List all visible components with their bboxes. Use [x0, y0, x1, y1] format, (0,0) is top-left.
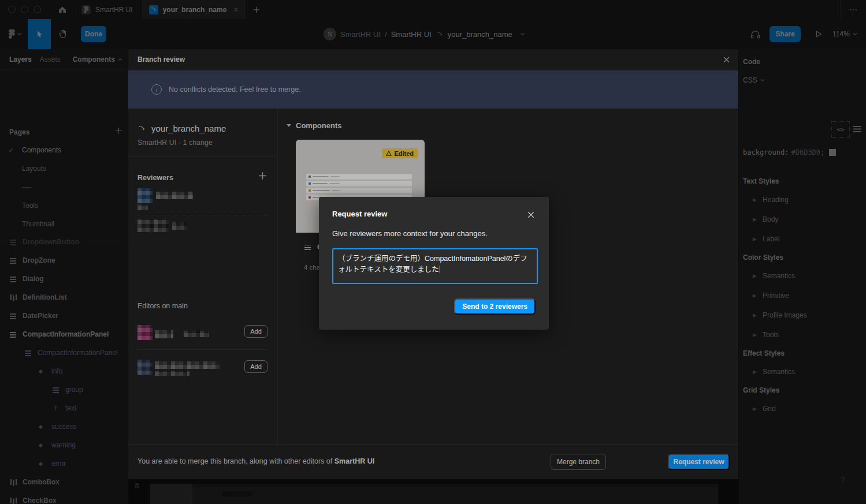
- reviewer-avatar: [137, 219, 169, 232]
- move-tool-button[interactable]: [28, 19, 51, 49]
- file-tab-branch[interactable]: your_branch_name: [141, 0, 247, 19]
- layer-variant-warning[interactable]: warning: [0, 436, 128, 454]
- layer-name: ComboBox: [23, 478, 60, 486]
- zoom-menu[interactable]: 114%: [832, 19, 857, 49]
- chevron-up-icon: [118, 58, 122, 61]
- editor-meta-redacted: [155, 371, 189, 376]
- tab-assets[interactable]: Assets: [32, 55, 61, 64]
- layer-group[interactable]: group: [0, 380, 128, 399]
- page-item-divider[interactable]: ----: [0, 178, 128, 196]
- layer-name: text: [65, 404, 76, 412]
- chevron-right-icon: ▶: [753, 293, 757, 298]
- reviewer-meta-redacted: [137, 204, 148, 210]
- new-tab-button[interactable]: [247, 0, 266, 19]
- page-item-layouts[interactable]: Layouts: [0, 159, 128, 178]
- color-style-profile-images[interactable]: ▶Profile Images: [753, 311, 807, 319]
- merge-permission-text: You are able to merge this branch, along…: [137, 457, 374, 465]
- window-overflow-menu[interactable]: ⋯: [840, 0, 866, 19]
- window-minimize-button[interactable]: [21, 6, 28, 13]
- layer-variant-success[interactable]: success: [0, 417, 128, 436]
- banner-text: No conflicts detected. Feel free to merg…: [169, 85, 301, 94]
- color-swatch[interactable]: [829, 149, 836, 156]
- page-item-thumbnail[interactable]: Thumbnail: [0, 215, 128, 233]
- layer-compactinformationpanel-variant[interactable]: CompactInformationPanel: [0, 344, 128, 362]
- home-button[interactable]: [51, 0, 73, 19]
- text-style-label[interactable]: ▶Label: [753, 235, 779, 243]
- code-language-select[interactable]: CSS: [743, 76, 765, 84]
- layer-datepicker[interactable]: DatePicker: [0, 307, 128, 325]
- color-style-tools[interactable]: ▶Tools: [753, 331, 779, 339]
- layer-variant-error[interactable]: error: [0, 454, 128, 473]
- component-set-icon: [9, 312, 17, 320]
- reviewer-name-redacted: [156, 192, 193, 199]
- chevron-down-icon: [287, 124, 291, 127]
- done-button[interactable]: Done: [81, 26, 106, 42]
- org-avatar[interactable]: S: [324, 28, 336, 40]
- layer-text[interactable]: text: [0, 399, 128, 417]
- layer-dropdownbutton[interactable]: DropdownButton: [0, 233, 128, 251]
- page-indicator[interactable]: Components: [73, 55, 128, 64]
- help-button[interactable]: ?: [841, 475, 845, 484]
- add-editor-button[interactable]: Add: [244, 325, 267, 338]
- layer-name: info: [51, 367, 62, 375]
- layer-definitionlist[interactable]: DefinitionList: [0, 288, 128, 307]
- canvas[interactable]: 45: [128, 479, 738, 504]
- layer-variant-info[interactable]: info: [0, 362, 128, 380]
- tab-close-icon[interactable]: [233, 7, 239, 12]
- tab-layers[interactable]: Layers: [0, 55, 32, 64]
- layer-name: DropdownButton: [23, 238, 79, 246]
- layer-checkbox[interactable]: CheckBox: [0, 491, 128, 504]
- breadcrumb-project[interactable]: SmartHR UI: [340, 30, 381, 39]
- merge-branch-button[interactable]: Merge branch: [551, 454, 606, 470]
- code-view-toggle[interactable]: <>: [831, 121, 850, 138]
- request-review-button[interactable]: Request review: [668, 454, 730, 470]
- css-code-line[interactable]: background: #D6D3D0;: [743, 148, 836, 156]
- breadcrumb-file[interactable]: SmartHR UI: [391, 30, 432, 39]
- review-comment-textarea[interactable]: （ブランチ運用のデモ用）CompactInfomationPanelのデフォルト…: [332, 248, 538, 284]
- color-style-semantics[interactable]: ▶Semantics: [753, 272, 795, 280]
- text-style-body[interactable]: ▶Body: [753, 215, 778, 223]
- main-toolbar: Done S SmartHR UI / SmartHR UI your_bran…: [0, 19, 866, 49]
- components-section-header[interactable]: Components: [287, 121, 341, 130]
- layer-name: CompactInformationPanel: [38, 349, 118, 357]
- page-item-tools[interactable]: Tools: [0, 196, 128, 215]
- chevron-down-icon[interactable]: [520, 32, 525, 36]
- present-button[interactable]: [810, 19, 827, 49]
- window-zoom-button[interactable]: [34, 6, 41, 13]
- window-close-button[interactable]: [8, 6, 16, 13]
- branch-review-header: Branch review: [128, 49, 738, 70]
- hand-tool-button[interactable]: [52, 19, 74, 49]
- main-menu-button[interactable]: [5, 19, 25, 49]
- share-button[interactable]: Share: [770, 26, 801, 42]
- text-style-heading[interactable]: ▶Heading: [753, 196, 789, 204]
- add-editor-button[interactable]: Add: [244, 360, 267, 373]
- pages-list: ✓Components Layouts ---- Tools Thumbnail: [0, 141, 128, 233]
- page-item-components[interactable]: ✓Components: [0, 141, 128, 159]
- divider: [137, 349, 267, 350]
- breadcrumb-branch[interactable]: your_branch_name: [448, 30, 512, 39]
- layer-dialog[interactable]: Dialog: [0, 270, 128, 288]
- chevron-down-icon: [760, 79, 765, 82]
- grid-style-grid[interactable]: ▶Grid: [753, 405, 776, 413]
- layer-dropzone[interactable]: DropZone: [0, 251, 128, 270]
- send-to-reviewers-button[interactable]: Send to 2 reviewers: [454, 298, 536, 315]
- color-style-primitive[interactable]: ▶Primitive: [753, 292, 789, 300]
- file-tab-smarthr-ui[interactable]: SmartHR UI: [73, 0, 141, 19]
- huddle-button[interactable]: [745, 19, 765, 49]
- code-brackets-icon: <>: [837, 126, 844, 133]
- close-icon[interactable]: [526, 210, 536, 220]
- close-icon[interactable]: [722, 55, 731, 65]
- variant-icon: [38, 441, 46, 449]
- layer-name: warning: [51, 441, 76, 449]
- layer-combobox[interactable]: ComboBox: [0, 473, 128, 491]
- chevron-right-icon: ▶: [753, 332, 757, 338]
- window-tab-bar: SmartHR UI your_branch_name ⋯: [0, 0, 866, 19]
- effect-style-semantics[interactable]: ▶Semantics: [753, 368, 795, 376]
- editor-avatar: [137, 360, 153, 375]
- layer-compactinformationpanel[interactable]: CompactInformationPanel: [0, 325, 128, 344]
- variant-icon: [38, 460, 46, 468]
- code-list-icon[interactable]: [853, 125, 861, 132]
- window-controls: [0, 6, 51, 13]
- add-reviewer-button[interactable]: [258, 171, 267, 180]
- add-page-button[interactable]: [115, 127, 122, 135]
